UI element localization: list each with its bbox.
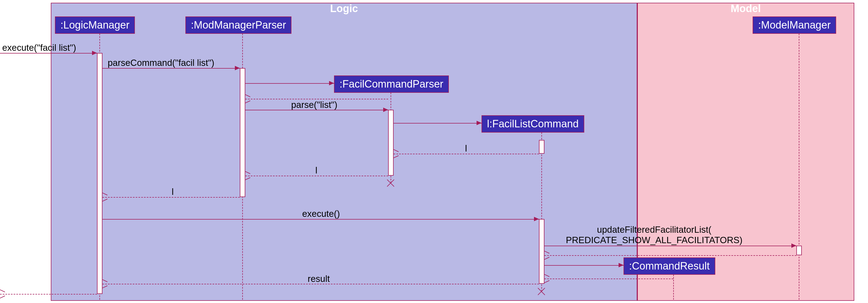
arrow-execute-in (0, 53, 97, 54)
arrowhead-return-l3 (102, 195, 107, 199)
activation-mod-manager-parser (240, 68, 245, 197)
participant-command-result: :CommandResult (623, 258, 715, 275)
arrowhead-return-result (102, 281, 107, 286)
arrow-return-create-facil-parser (245, 99, 388, 99)
label-parse-command: parseCommand("facil list") (108, 58, 214, 68)
activation-model-manager (796, 246, 802, 255)
lifeline-model-manager (799, 33, 799, 300)
label-return-l3: l (172, 187, 174, 197)
label-update-filtered: updateFilteredFacilitatorList( PREDICATE… (566, 225, 742, 245)
arrowhead-final-return (0, 292, 5, 296)
arrowhead-return-l1 (394, 152, 399, 156)
package-logic-title: Logic (330, 3, 358, 14)
label-execute-call: execute() (302, 209, 340, 219)
arrow-return-l1 (394, 154, 539, 154)
participant-facil-list-command: l:FacilListCommand (482, 115, 584, 133)
arrowhead-parse-command (235, 66, 240, 70)
activation-facil-list-command-2 (539, 219, 545, 284)
activation-facil-command-parser (388, 110, 394, 176)
arrowhead-create-result (619, 263, 623, 267)
participant-mod-manager-parser: :ModManagerParser (185, 16, 291, 34)
arrow-final-return (0, 294, 97, 295)
arrow-return-l3 (102, 197, 240, 198)
activation-facil-list-command-1 (539, 140, 545, 154)
participant-logic-manager: :LogicManager (55, 16, 135, 34)
arrow-parse-command (102, 68, 240, 69)
arrow-create-result (545, 265, 623, 266)
label-result: result (308, 274, 330, 284)
arrowhead-execute-call (534, 217, 539, 221)
arrow-create-list-cmd (394, 123, 482, 124)
participant-model-manager: :ModelManager (753, 16, 836, 34)
arrow-create-facil-parser (245, 83, 334, 84)
lifeline-command-result (673, 274, 674, 300)
arrowhead-return-result-obj (545, 276, 549, 281)
arrowhead-return-model (545, 253, 549, 258)
arrowhead-parse (383, 108, 388, 112)
arrowhead-create-facil-parser (329, 81, 334, 86)
destroy-list-cmd (537, 288, 546, 296)
destroy-facil-parser (386, 179, 395, 187)
arrowhead-execute-in (92, 51, 97, 55)
arrowhead-create-list-cmd (476, 121, 482, 125)
arrow-return-l2 (245, 176, 388, 176)
arrow-execute-call (102, 219, 539, 220)
label-parse: parse("list") (291, 100, 337, 110)
label-return-l1: l (465, 143, 467, 154)
label-return-l2: l (315, 165, 317, 176)
package-model: Model (637, 3, 854, 301)
participant-facil-command-parser: :FacilCommandParser (334, 75, 449, 93)
arrow-return-model (545, 255, 796, 256)
activation-logic-manager (97, 53, 102, 294)
arrow-return-result-obj (545, 278, 673, 279)
arrowhead-return-create-facil-parser (245, 97, 250, 101)
label-execute: execute("facil list") (2, 42, 76, 53)
package-model-title: Model (731, 3, 761, 14)
arrowhead-update-filtered (792, 243, 796, 248)
arrowhead-return-l2 (245, 173, 250, 178)
arrow-update-filtered (545, 246, 796, 246)
